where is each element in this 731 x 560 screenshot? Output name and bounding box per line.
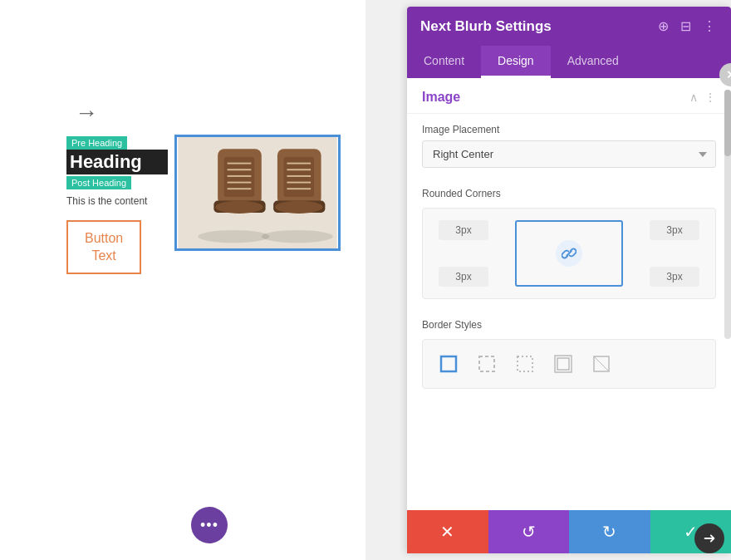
panel-body: Image ∧ ⋮ Image Placement Left Top Left … — [407, 78, 731, 510]
border-styles-section: Border Styles — [407, 309, 731, 399]
svg-point-9 — [215, 201, 262, 214]
button-line2: Text — [91, 248, 115, 263]
bottom-right-arrow-button[interactable] — [694, 523, 724, 553]
border-double-option[interactable] — [547, 348, 579, 380]
link-corners-button[interactable] — [556, 240, 582, 267]
corner-top-right-input[interactable] — [650, 220, 699, 240]
collapse-icon[interactable]: ∧ — [689, 91, 698, 104]
blurb-image-box — [174, 135, 341, 251]
border-options-group — [422, 339, 716, 389]
corner-bottom-left-input[interactable] — [439, 267, 488, 287]
section-header-icons: ∧ ⋮ — [689, 91, 716, 104]
tab-design[interactable]: Design — [481, 46, 551, 78]
cancel-icon: ✕ — [440, 522, 454, 542]
more-options-icon[interactable]: ⋮ — [701, 17, 718, 36]
redo-button[interactable]: ↻ — [569, 510, 650, 553]
pre-heading: Pre Heading — [66, 136, 127, 150]
preview-area: → Pre Heading Heading Post Heading This … — [0, 0, 366, 560]
rounded-corners-label: Rounded Corners — [422, 188, 716, 199]
right-arrow-icon: → — [75, 100, 96, 126]
corners-grid — [422, 208, 716, 299]
target-icon[interactable]: ⊕ — [656, 17, 670, 36]
link-icon — [562, 246, 576, 261]
svg-rect-26 — [557, 358, 569, 370]
svg-rect-22 — [441, 356, 456, 371]
button-line1: Button — [85, 231, 123, 245]
tab-content[interactable]: Content — [407, 46, 481, 78]
corner-bottom-right-input[interactable] — [650, 267, 699, 287]
three-dots-button[interactable]: ••• — [191, 507, 228, 543]
image-section-header: Image ∧ ⋮ — [407, 78, 731, 114]
panel-scrollbar[interactable] — [724, 90, 731, 339]
button-box[interactable]: Button Text — [66, 220, 141, 275]
image-section-title: Image — [422, 90, 460, 105]
blurb-text-section: Pre Heading Heading Post Heading This is… — [66, 135, 174, 274]
content-text: This is the content — [66, 194, 168, 209]
border-styles-label: Border Styles — [422, 319, 716, 331]
shoe-image — [177, 137, 338, 248]
svg-point-19 — [198, 230, 269, 243]
three-dots-label: ••• — [200, 517, 218, 534]
arrow-icon — [702, 531, 717, 546]
svg-line-28 — [594, 356, 609, 371]
panel-footer: ✕ ↺ ↻ ✓ — [407, 510, 731, 553]
corners-layout — [434, 220, 704, 287]
heading: Heading — [66, 150, 168, 174]
border-dashed-option[interactable] — [471, 348, 503, 380]
border-groove-option[interactable] — [586, 348, 617, 380]
arrow-indicator: → — [75, 100, 96, 126]
image-placement-group: Image Placement Left Top Left Center Lef… — [407, 114, 731, 178]
panel-tabs: Content Design Advanced — [407, 46, 731, 78]
svg-rect-24 — [518, 356, 532, 371]
reset-button[interactable]: ↺ — [488, 510, 570, 553]
settings-panel: ✕ Next Blurb Settings ⊕ ⊟ ⋮ Content Desi… — [407, 7, 731, 553]
section-more-icon[interactable]: ⋮ — [704, 91, 716, 104]
placement-label: Image Placement — [422, 124, 716, 135]
cancel-button[interactable]: ✕ — [407, 510, 488, 553]
border-solid-option[interactable] — [433, 348, 464, 380]
panel-title: Next Blurb Settings — [420, 18, 552, 35]
post-heading: Post Heading — [66, 176, 131, 189]
placement-select[interactable]: Left Top Left Center Left Bottom Right T… — [422, 140, 716, 168]
corners-center-box — [515, 220, 623, 287]
rounded-corners-section: Rounded Corners — [407, 178, 731, 309]
svg-point-18 — [275, 201, 322, 214]
corner-top-left-input[interactable] — [439, 220, 488, 240]
columns-icon[interactable]: ⊟ — [679, 17, 693, 36]
panel-scrollbar-thumb — [724, 90, 731, 156]
tab-advanced[interactable]: Advanced — [551, 46, 635, 78]
svg-rect-23 — [479, 356, 494, 371]
redo-icon: ↻ — [602, 522, 616, 542]
border-dotted-option[interactable] — [509, 348, 541, 380]
blurb-card: Pre Heading Heading Post Heading This is… — [66, 135, 341, 274]
panel-header: Next Blurb Settings ⊕ ⊟ ⋮ — [407, 7, 731, 46]
svg-point-20 — [262, 230, 333, 243]
panel-header-icons: ⊕ ⊟ ⋮ — [656, 17, 718, 36]
reset-icon: ↺ — [522, 522, 536, 542]
